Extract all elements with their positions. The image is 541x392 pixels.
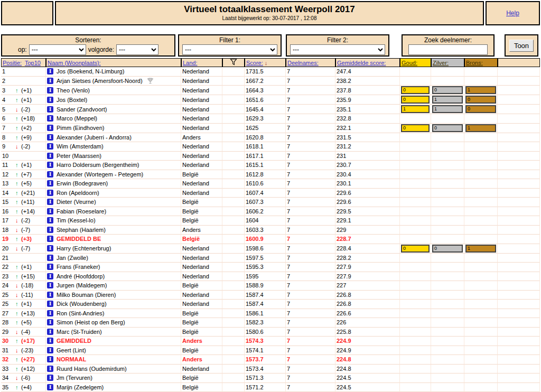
sort-positie-link[interactable]: Positie: [3, 60, 22, 66]
participant-name: Peter (Maarssen) [57, 153, 101, 159]
position-change-label: (-4) [21, 329, 30, 335]
info-icon[interactable]: I [47, 264, 53, 270]
info-icon[interactable]: I [47, 236, 53, 242]
medal-goud-cell [400, 161, 431, 170]
toon-button[interactable]: Toon [509, 40, 534, 52]
search-input[interactable] [408, 44, 488, 55]
info-icon[interactable]: I [47, 106, 53, 113]
position-change-label: (+1) [21, 97, 32, 103]
help-link[interactable]: Help [506, 10, 519, 17]
sort-deelnames-link[interactable]: Deelnames: [287, 60, 319, 66]
positie-cell: 24 ↓ (-18) [1, 281, 46, 291]
info-icon[interactable]: I [47, 356, 53, 362]
sort-brons-link[interactable]: Brons: [466, 60, 483, 66]
info-icon[interactable]: I [47, 125, 53, 131]
score-value: 1580.6 [246, 329, 264, 335]
top10-link[interactable]: Top10 [25, 60, 41, 66]
medal-goud-cell [400, 198, 431, 207]
info-icon[interactable]: I [47, 273, 53, 279]
medal-goud-cell [400, 189, 431, 198]
info-icon[interactable]: I [47, 153, 53, 159]
info-icon[interactable]: I [47, 245, 53, 251]
sort-op-select[interactable]: --- [29, 44, 86, 55]
empty-cell [498, 67, 540, 77]
info-icon[interactable]: I [47, 115, 53, 122]
score-value: 1731.5 [246, 68, 264, 74]
info-icon[interactable]: I [47, 190, 53, 196]
land-value: Anders [182, 338, 202, 344]
info-icon[interactable]: I [47, 301, 53, 307]
info-icon[interactable]: I [47, 162, 53, 168]
position-change-label: (+17) [21, 338, 35, 344]
medal-goud-box: 0 [401, 124, 430, 132]
info-icon[interactable]: I [47, 282, 53, 288]
filter2-select[interactable]: --- [290, 44, 385, 55]
score-cell: 1664.3 [245, 86, 286, 95]
position-value: 21 [2, 255, 15, 261]
participant-name: Ron (Sint-Andries) [57, 310, 104, 316]
score-value: 1615.1 [246, 162, 264, 168]
naam-cell: I Ron (Sint-Andries) [46, 309, 181, 319]
info-icon[interactable]: I [47, 68, 53, 74]
sort-land-link[interactable]: Land: [183, 60, 198, 66]
medal-brons-cell [464, 77, 498, 86]
info-icon[interactable]: I [47, 338, 53, 344]
info-icon[interactable]: I [47, 292, 53, 298]
sort-score-link[interactable]: Score: [246, 60, 263, 66]
info-icon[interactable]: I [47, 255, 53, 261]
position-value: 25 [2, 292, 15, 298]
medal-goud-cell [400, 152, 431, 161]
empty-cell [498, 365, 540, 374]
info-icon[interactable]: I [47, 319, 53, 325]
filter1-select[interactable]: --- [182, 44, 277, 55]
info-icon[interactable]: I [47, 384, 53, 390]
sort-gemiddelde-link[interactable]: Gemiddelde score: [337, 60, 386, 66]
info-icon[interactable]: I [47, 143, 53, 150]
info-icon[interactable]: I [47, 78, 53, 84]
deelnames-value: 7 [287, 171, 290, 178]
gemiddelde-value: 228.4 [337, 245, 351, 251]
score-cell: 1573.4 [245, 365, 286, 374]
score-cell: 1573.7 [245, 355, 286, 365]
naam-cell: I Ruurd Hans (Oudemirdum) [46, 365, 181, 374]
participant-name: Erwin (Bodegraven) [57, 180, 108, 186]
sort-naam-link[interactable]: Naam (Woonplaats): [48, 60, 101, 66]
medal-brons-cell [464, 328, 498, 337]
position-change-icon: ↑ [15, 171, 21, 178]
medal-brons-cell [464, 207, 498, 217]
info-icon[interactable]: I [47, 227, 53, 233]
info-icon[interactable]: I [47, 208, 53, 214]
table-row: 30 ↑ (+17) I GEMIDDELD Anders 1574.3 7 2… [1, 337, 540, 346]
info-icon[interactable]: I [47, 329, 53, 335]
info-icon[interactable]: I [47, 180, 53, 186]
info-icon[interactable]: I [47, 366, 53, 372]
info-icon[interactable]: I [47, 171, 53, 178]
land-cell: België [181, 216, 222, 226]
info-icon[interactable]: I [47, 87, 53, 94]
position-value: 19 [2, 236, 15, 242]
score-value: 1574.3 [246, 338, 264, 344]
funnel-icon[interactable] [230, 59, 237, 66]
deelnames-cell: 7 [286, 281, 335, 291]
info-icon[interactable]: I [47, 217, 53, 223]
filter-cell [222, 309, 245, 319]
land-cell: Nederland [181, 244, 222, 254]
score-cell: 1625 [245, 124, 286, 133]
info-icon[interactable]: I [47, 347, 53, 353]
medal-brons-cell [464, 291, 498, 300]
info-icon[interactable]: I [47, 97, 53, 103]
score-cell: 1588.9 [245, 281, 286, 291]
positie-cell: 34 ↓ (-6) [1, 374, 46, 383]
info-icon[interactable]: I [47, 199, 53, 205]
gemiddelde-value: 229 [337, 227, 346, 233]
sort-goud-link[interactable]: Goud: [402, 60, 417, 66]
sort-zilver-link[interactable]: Zilver: [433, 60, 449, 66]
info-icon[interactable]: I [47, 375, 53, 381]
medal-zilver-cell: 1 [431, 105, 464, 114]
info-icon[interactable]: I [47, 310, 53, 316]
table-row: 13 ↑ (+5) I Erwin (Bodegraven) Nederland… [1, 179, 540, 189]
score-value: 1603.3 [246, 227, 264, 233]
info-icon[interactable]: I [47, 134, 53, 141]
sort-order-select[interactable]: --- [116, 44, 158, 55]
position-value: 28 [2, 319, 15, 325]
